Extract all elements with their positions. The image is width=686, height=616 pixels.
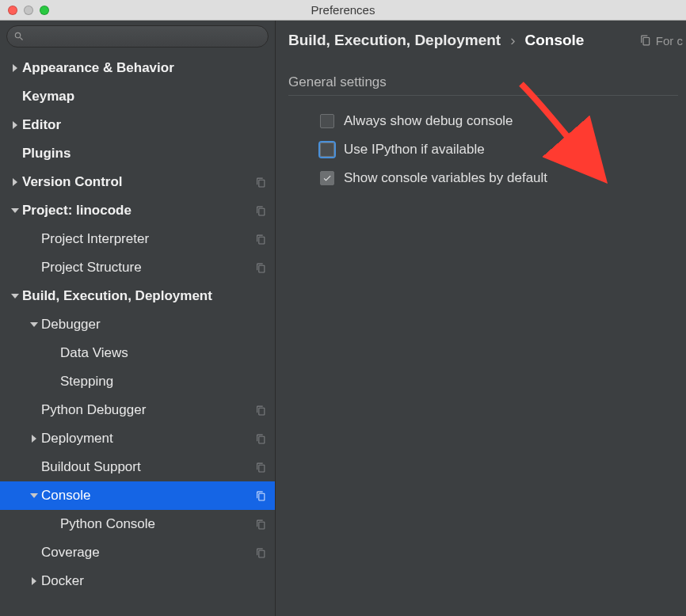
general-settings-group: Always show debug consoleUse IPython if … xyxy=(288,107,686,192)
sidebar-item-label: Build, Execution, Deployment xyxy=(22,288,253,304)
sidebar-item-label: Python Console xyxy=(60,516,253,532)
chevron-down-icon[interactable] xyxy=(27,321,41,329)
sidebar-item-keymap[interactable]: Keymap xyxy=(0,82,275,111)
chevron-right-icon[interactable] xyxy=(8,178,22,186)
setting-use-ipython-if-available[interactable]: Use IPython if available xyxy=(288,135,686,164)
chevron-right-icon: › xyxy=(510,32,515,49)
sidebar-item-python-console[interactable]: Python Console xyxy=(0,510,275,538)
checkbox[interactable] xyxy=(320,143,334,157)
search-input[interactable] xyxy=(25,31,261,43)
sidebar-item-label: Keymap xyxy=(22,89,253,105)
chevron-down-icon[interactable] xyxy=(8,207,22,215)
sidebar-item-label: Project: linocode xyxy=(22,203,253,219)
chevron-right-icon[interactable] xyxy=(8,121,22,129)
sidebar-item-label: Docker xyxy=(41,573,253,589)
sidebar-item-project-structure[interactable]: Project Structure xyxy=(0,253,275,282)
copy-icon xyxy=(640,35,651,46)
sidebar-item-project-linocode[interactable]: Project: linocode xyxy=(0,196,275,225)
sidebar-item-project-interpreter[interactable]: Project Interpreter xyxy=(0,225,275,253)
project-scope-icon xyxy=(253,206,269,216)
sidebar-item-data-views[interactable]: Data Views xyxy=(0,339,275,367)
scope-badge: For c xyxy=(640,34,686,48)
checkbox-label: Use IPython if available xyxy=(344,142,485,158)
sidebar-item-label: Debugger xyxy=(41,317,253,333)
sidebar-item-stepping[interactable]: Stepping xyxy=(0,367,275,396)
sidebar-item-appearance-behavior[interactable]: Appearance & Behavior xyxy=(0,54,275,82)
sidebar-item-buildout-support[interactable]: Buildout Support xyxy=(0,453,275,481)
sidebar-item-label: Deployment xyxy=(41,431,253,447)
settings-panel: Build, Execution, Deployment › Console F… xyxy=(276,21,686,616)
window-title: Preferences xyxy=(0,3,686,17)
checkbox-label: Always show debug console xyxy=(344,113,513,129)
project-scope-icon xyxy=(253,405,269,416)
project-scope-icon xyxy=(253,234,269,245)
sidebar-item-deployment[interactable]: Deployment xyxy=(0,424,275,453)
breadcrumb: Build, Execution, Deployment › Console F… xyxy=(288,32,686,49)
sidebar-item-version-control[interactable]: Version Control xyxy=(0,168,275,196)
sidebar-item-label: Version Control xyxy=(22,174,253,190)
sidebar-item-label: Python Debugger xyxy=(41,402,253,418)
setting-always-show-debug-console[interactable]: Always show debug console xyxy=(288,107,686,135)
sidebar-item-plugins[interactable]: Plugins xyxy=(0,139,275,168)
sidebar-item-editor[interactable]: Editor xyxy=(0,111,275,139)
preferences-sidebar: Appearance & BehaviorKeymapEditorPlugins… xyxy=(0,21,276,616)
chevron-down-icon[interactable] xyxy=(8,292,22,300)
sidebar-item-python-debugger[interactable]: Python Debugger xyxy=(0,396,275,424)
search-icon xyxy=(13,31,25,42)
section-title: General settings xyxy=(288,74,678,96)
sidebar-item-label: Data Views xyxy=(60,345,253,361)
project-scope-icon xyxy=(253,177,269,188)
sidebar-item-label: Project Interpreter xyxy=(41,231,253,247)
sidebar-item-label: Project Structure xyxy=(41,260,253,276)
sidebar-item-console[interactable]: Console xyxy=(0,481,275,510)
project-scope-icon xyxy=(253,491,269,501)
search-field[interactable] xyxy=(6,25,269,48)
chevron-right-icon[interactable] xyxy=(27,435,41,443)
setting-show-console-variables-by-default[interactable]: Show console variables by default xyxy=(288,164,686,192)
project-scope-icon xyxy=(253,434,269,444)
chevron-right-icon[interactable] xyxy=(27,577,41,585)
sidebar-item-label: Stepping xyxy=(60,374,253,390)
settings-tree[interactable]: Appearance & BehaviorKeymapEditorPlugins… xyxy=(0,52,275,616)
breadcrumb-path: Build, Execution, Deployment xyxy=(288,32,501,49)
project-scope-icon xyxy=(253,462,269,473)
sidebar-item-label: Coverage xyxy=(41,545,253,561)
project-scope-icon xyxy=(253,519,269,530)
checkbox[interactable] xyxy=(320,171,334,185)
sidebar-item-label: Buildout Support xyxy=(41,459,253,475)
sidebar-item-docker[interactable]: Docker xyxy=(0,567,275,595)
sidebar-item-coverage[interactable]: Coverage xyxy=(0,538,275,567)
checkbox[interactable] xyxy=(320,114,334,128)
sidebar-item-build-execution-deployment[interactable]: Build, Execution, Deployment xyxy=(0,282,275,310)
sidebar-item-debugger[interactable]: Debugger xyxy=(0,310,275,339)
project-scope-icon xyxy=(253,263,269,273)
sidebar-item-label: Editor xyxy=(22,117,253,133)
sidebar-item-label: Plugins xyxy=(22,146,253,162)
titlebar: Preferences xyxy=(0,0,686,21)
chevron-down-icon[interactable] xyxy=(27,492,41,500)
sidebar-item-label: Appearance & Behavior xyxy=(22,60,253,76)
chevron-right-icon[interactable] xyxy=(8,64,22,72)
breadcrumb-current: Console xyxy=(524,32,584,49)
checkbox-label: Show console variables by default xyxy=(344,170,547,186)
project-scope-icon xyxy=(253,548,269,558)
sidebar-item-label: Console xyxy=(41,488,253,504)
